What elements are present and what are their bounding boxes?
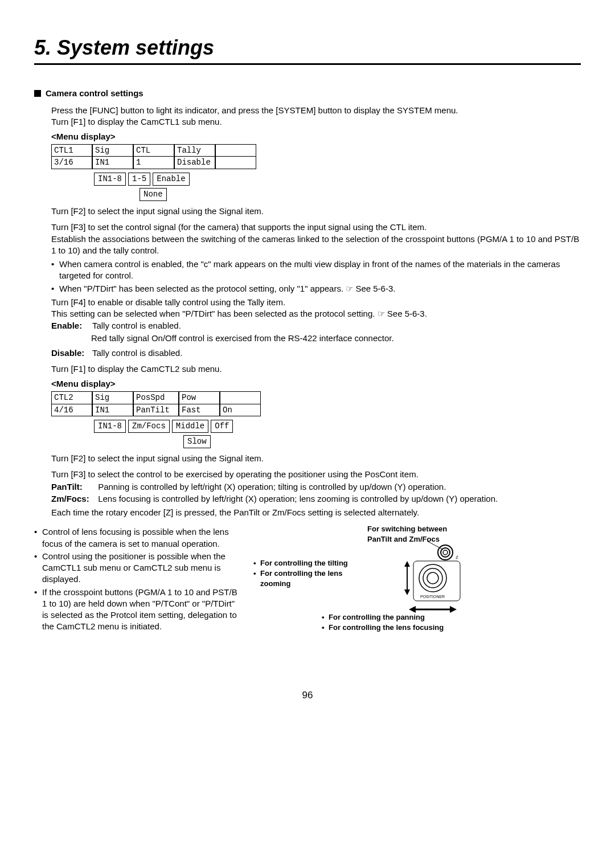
- svg-point-2: [441, 548, 450, 557]
- menu-cell: 3/16: [51, 156, 92, 169]
- focusing-label: For controlling the lens focusing: [322, 623, 444, 633]
- menu-cell: IN1: [92, 156, 133, 169]
- list-item: When "P/TDirt" has been selected as the …: [51, 283, 581, 294]
- switch-label-line1: For switching between: [367, 525, 447, 533]
- disable-label: Disable:: [51, 347, 90, 359]
- menu-cell: 4/16: [51, 404, 92, 417]
- menu-option: Off: [211, 420, 233, 433]
- menu-display-2: CTL2 Sig PosSpd Pow 4/16 IN1 PanTilt Fas…: [51, 391, 581, 449]
- svg-point-8: [423, 568, 442, 588]
- section-heading: Camera control settings: [34, 88, 581, 99]
- enable-text: Tally control is enabled.: [92, 321, 181, 330]
- menu-cell: Sig: [92, 391, 133, 404]
- list-text: When "P/TDirt" has been selected as the …: [59, 284, 346, 293]
- menu-display-1: CTL1 Sig CTL Tally 3/16 IN1 1 Disable IN…: [51, 144, 581, 202]
- menu-cell: [220, 391, 261, 404]
- z-label: Z: [456, 555, 458, 560]
- menu-cell: Fast: [179, 404, 220, 417]
- menu-display-label: <Menu display>: [51, 378, 581, 390]
- list-item: Control using the positioner is possible…: [34, 551, 242, 586]
- disable-text: Tally control is disabled.: [92, 348, 182, 358]
- page-number: 96: [34, 689, 581, 702]
- see-reference: ☞ See 5-6-3.: [378, 309, 427, 318]
- menu-option: Slow: [183, 435, 211, 448]
- menu-option: 1-5: [128, 173, 150, 186]
- menu-option: Zm/Focs: [128, 420, 170, 433]
- menu-cell: PanTilt: [133, 404, 179, 417]
- svg-marker-6: [404, 589, 410, 595]
- tilting-label: For controlling the tilting: [253, 558, 370, 568]
- list-item: Control of lens focusing is possible whe…: [34, 526, 242, 550]
- menu-option: Enable: [153, 173, 189, 186]
- panning-label: For controlling the panning: [322, 612, 444, 623]
- menu-display-label: <Menu display>: [51, 131, 581, 142]
- paragraph: Press the [FUNC] button to light its ind…: [51, 105, 581, 116]
- zmfocs-text: Lens focusing is controlled by left/righ…: [98, 494, 498, 503]
- paragraph: Establish the associations between the s…: [51, 234, 581, 257]
- menu-cell: CTL: [133, 144, 174, 157]
- menu-cell: 1: [133, 156, 174, 169]
- zoom-label: For controlling the lens zooming: [253, 568, 370, 588]
- paragraph: This setting can be selected when "P/TDi…: [51, 308, 581, 320]
- menu-cell: Disable: [174, 156, 215, 169]
- menu-option: IN1-8: [94, 173, 126, 186]
- definition-row: Enable: Tally control is enabled.: [51, 320, 581, 331]
- paragraph: Turn [F1] to display the CamCTL2 sub men…: [51, 363, 581, 375]
- menu-option: Middle: [172, 420, 208, 433]
- see-reference: ☞ See 5-6-3.: [346, 284, 395, 293]
- menu-cell: [215, 156, 256, 169]
- paragraph: Turn [F2] to select the input signal usi…: [51, 453, 581, 464]
- paragraph: Turn [F3] to set the control signal (for…: [51, 222, 581, 233]
- menu-cell: Sig: [92, 144, 133, 157]
- paragraph: Turn [F4] to enable or disable tally con…: [51, 297, 581, 308]
- menu-cell: CTL1: [51, 144, 92, 157]
- paragraph: Red tally signal On/Off control is exerc…: [91, 333, 581, 344]
- square-bullet-icon: [34, 90, 41, 97]
- definition-row: Disable: Tally control is disabled.: [51, 347, 581, 359]
- definition-row: PanTilt: Panning is controlled by left/r…: [51, 481, 581, 493]
- menu-cell: Pow: [179, 391, 220, 404]
- svg-line-0: [427, 541, 443, 550]
- paragraph: Each time the rotary encoder [Z] is pres…: [51, 507, 581, 518]
- chapter-title: 5. System settings: [34, 34, 581, 65]
- paragraph: Turn [F2] to select the input signal usi…: [51, 206, 581, 217]
- svg-marker-5: [404, 561, 410, 567]
- menu-cell: On: [220, 404, 261, 417]
- paragraph-text: This setting can be selected when "P/TDi…: [51, 309, 378, 318]
- pantilt-label: PanTilt:: [51, 481, 96, 493]
- list-item: If the crosspoint buttons (PGM/A 1 to 10…: [34, 587, 242, 633]
- svg-point-9: [427, 572, 438, 584]
- list-item: When camera control is enabled, the "c" …: [51, 259, 581, 282]
- positioner-label: POSITIONER: [420, 595, 445, 599]
- paragraph: Turn [F1] to display the CamCTL1 sub men…: [51, 116, 581, 128]
- svg-point-3: [443, 550, 448, 555]
- svg-marker-13: [450, 606, 457, 613]
- paragraph: Turn [F3] to select the control to be ex…: [51, 469, 581, 480]
- menu-option: None: [140, 188, 167, 201]
- svg-point-1: [438, 545, 453, 560]
- menu-cell: [215, 144, 256, 157]
- pantilt-text: Panning is controlled by left/right (X) …: [98, 482, 446, 492]
- menu-cell: PosSpd: [133, 391, 179, 404]
- menu-cell: Tally: [174, 144, 215, 157]
- menu-cell: CTL2: [51, 391, 92, 404]
- definition-row: Zm/Focs: Lens focusing is controlled by …: [51, 493, 581, 505]
- menu-option: IN1-8: [94, 420, 126, 433]
- section-heading-text: Camera control settings: [46, 88, 144, 98]
- menu-cell: IN1: [92, 404, 133, 417]
- enable-label: Enable:: [51, 320, 90, 331]
- zmfocs-label: Zm/Focs:: [51, 493, 96, 505]
